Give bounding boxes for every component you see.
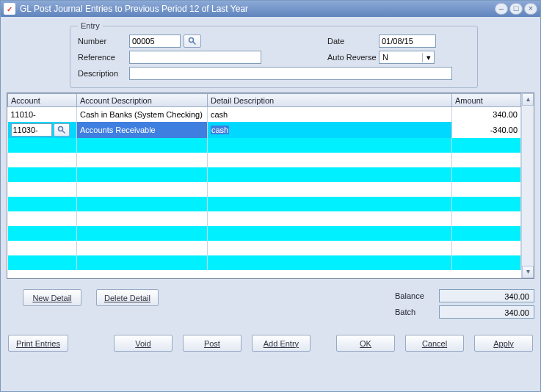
table-row[interactable]: 11010-Cash in Banks (System Checking)cas… xyxy=(8,107,521,122)
cell-account[interactable]: 11010- xyxy=(8,107,77,122)
account-lookup-button[interactable] xyxy=(54,123,70,137)
date-field[interactable] xyxy=(379,35,436,48)
number-lookup-button[interactable] xyxy=(184,35,201,48)
autoreverse-select[interactable]: N ▾ xyxy=(379,51,435,64)
table-row xyxy=(8,182,521,197)
minimize-button[interactable]: – xyxy=(495,3,508,15)
date-label: Date xyxy=(327,37,379,46)
col-account[interactable]: Account xyxy=(8,94,77,107)
autoreverse-label: Auto Reverse xyxy=(327,53,379,62)
description-label: Description xyxy=(78,69,129,78)
table-row xyxy=(8,138,521,153)
titlebar[interactable]: ✓ GL Post Journal Entries to Previous Pe… xyxy=(1,1,540,17)
cell-account-desc: Cash in Banks (System Checking) xyxy=(77,107,208,122)
cancel-button[interactable]: Cancel xyxy=(405,335,464,352)
svg-point-2 xyxy=(58,126,62,131)
col-amount[interactable]: Amount xyxy=(452,94,521,107)
void-button[interactable]: Void xyxy=(114,335,173,352)
delete-detail-button[interactable]: Delete Detail xyxy=(96,289,159,306)
chevron-down-icon[interactable]: ▾ xyxy=(422,53,434,62)
search-icon xyxy=(188,37,197,46)
scroll-up-button[interactable]: ▴ xyxy=(522,93,534,106)
app-icon: ✓ xyxy=(4,3,15,15)
reference-field[interactable] xyxy=(129,51,261,64)
table-row[interactable]: Accounts Receivablecash-340.00 xyxy=(8,122,521,138)
entry-legend: Entry xyxy=(78,21,103,30)
autoreverse-value: N xyxy=(380,53,422,62)
grid-header-row: Account Account Description Detail Descr… xyxy=(8,94,521,107)
table-row xyxy=(8,167,521,182)
close-button[interactable]: × xyxy=(524,3,537,15)
balance-value: 340.00 xyxy=(439,289,534,302)
post-button[interactable]: Post xyxy=(183,335,242,352)
number-label: Number xyxy=(78,37,129,46)
description-field[interactable] xyxy=(129,67,452,80)
reference-label: Reference xyxy=(78,53,129,62)
scroll-track[interactable] xyxy=(522,106,534,266)
table-row xyxy=(8,197,521,211)
cell-amount: 340.00 xyxy=(452,107,521,122)
account-field[interactable] xyxy=(11,123,52,137)
entry-group: Entry Number Date Reference Auto Reverse xyxy=(70,21,478,88)
batch-value: 340.00 xyxy=(439,305,534,319)
balance-label: Balance xyxy=(395,291,439,300)
apply-button[interactable]: Apply xyxy=(474,335,533,352)
number-field[interactable] xyxy=(129,35,181,48)
new-detail-button[interactable]: New Detail xyxy=(23,289,81,306)
maximize-button[interactable]: □ xyxy=(509,3,523,15)
cell-amount: -340.00 xyxy=(452,122,521,138)
table-row xyxy=(8,153,521,167)
svg-line-3 xyxy=(62,130,65,133)
client-area: Entry Number Date Reference Auto Reverse xyxy=(1,17,540,391)
table-row xyxy=(8,226,521,241)
app-window: ✓ GL Post Journal Entries to Previous Pe… xyxy=(0,0,541,392)
ok-button[interactable]: OK xyxy=(336,335,395,352)
detail-grid: Account Account Description Detail Descr… xyxy=(7,92,534,279)
col-account-desc[interactable]: Account Description xyxy=(77,94,208,107)
cell-detail-desc[interactable]: cash xyxy=(208,122,452,138)
svg-point-0 xyxy=(189,38,194,43)
table-row xyxy=(8,255,521,270)
table-row xyxy=(8,211,521,226)
batch-label: Batch xyxy=(395,308,439,316)
window-title: GL Post Journal Entries to Previous Peri… xyxy=(20,4,493,14)
scroll-down-button[interactable]: ▾ xyxy=(522,266,534,278)
footer-buttons: Print Entries Void Post Add Entry OK Can… xyxy=(7,335,534,352)
grid-scrollbar[interactable]: ▴ ▾ xyxy=(521,93,534,278)
cell-detail-desc[interactable]: cash xyxy=(208,107,452,122)
add-entry-button[interactable]: Add Entry xyxy=(252,335,311,352)
table-row xyxy=(8,241,521,255)
svg-line-1 xyxy=(193,42,196,45)
col-detail-desc[interactable]: Detail Description xyxy=(208,94,452,107)
cell-account-desc: Accounts Receivable xyxy=(77,122,208,138)
print-entries-button[interactable]: Print Entries xyxy=(8,335,68,352)
